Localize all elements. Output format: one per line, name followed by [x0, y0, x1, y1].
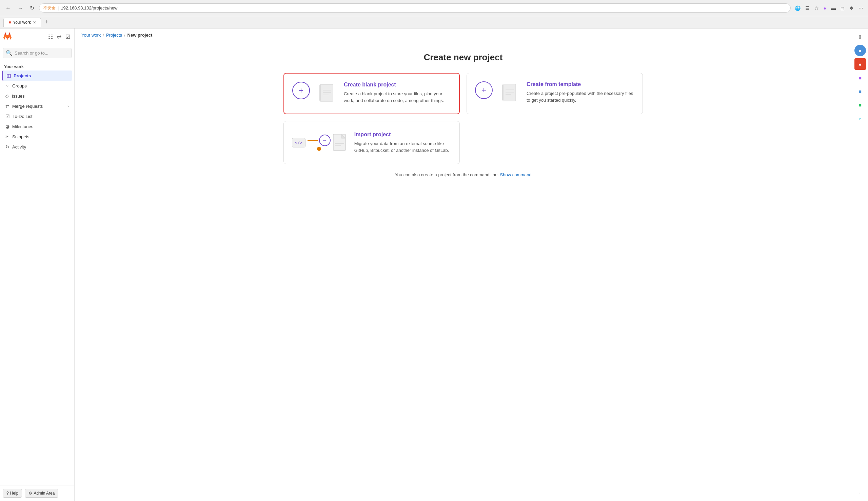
- right-sidebar: ⇧ ● ● ■ ■ ■ ▵ +: [852, 29, 868, 501]
- sidebar-item-milestones[interactable]: ◕ Milestones: [2, 121, 72, 131]
- new-tab-button[interactable]: +: [42, 18, 50, 26]
- gitlab-favicon: ■: [9, 20, 11, 25]
- tab-bar: ■ Your work ✕ +: [0, 16, 868, 29]
- command-line-note: You can also create a project from the c…: [284, 172, 643, 177]
- more-button[interactable]: ⋯: [857, 4, 865, 12]
- search-box[interactable]: 🔍 Search or go to...: [3, 48, 72, 58]
- sidebar: ☷ ⇄ ☑ 🔍 Search or go to... Your work ◫ P…: [0, 29, 75, 501]
- sidebar-item-projects-label: Projects: [13, 73, 31, 78]
- profile-button[interactable]: ●: [822, 4, 828, 12]
- security-warning: 不安全: [43, 5, 56, 11]
- snippets-icon: ✂: [6, 134, 10, 139]
- tab-label: Your work: [13, 20, 31, 25]
- sidebar-item-snippets[interactable]: ✂ Snippets: [2, 131, 72, 142]
- sidebar-nav: ◫ Projects ⚬ Groups ◇ Issues ⇄ Merge req…: [0, 71, 74, 152]
- cards-bottom-row: </> →: [284, 121, 643, 164]
- todo-icon: ☑: [6, 114, 10, 119]
- right-sidebar-btn-3[interactable]: ■: [855, 85, 866, 97]
- back-button[interactable]: ←: [3, 4, 13, 12]
- template-book-icon: [499, 81, 520, 105]
- template-desc: Create a project pre-populated with the …: [527, 90, 634, 103]
- sidebar-item-issues-label: Issues: [12, 94, 25, 99]
- groups-icon: ⚬: [6, 83, 10, 88]
- sidebar-item-projects[interactable]: ◫ Projects: [2, 71, 72, 81]
- right-sidebar-active-btn[interactable]: ●: [855, 45, 866, 56]
- sidebar-item-snippets-label: Snippets: [12, 134, 30, 139]
- right-sidebar-btn-4[interactable]: ■: [855, 99, 866, 110]
- scroll-top-btn[interactable]: ⇧: [855, 31, 866, 43]
- search-placeholder: Search or go to...: [14, 51, 49, 56]
- breadcrumb-sep-2: /: [124, 33, 126, 38]
- active-tab[interactable]: ■ Your work ✕: [3, 18, 41, 27]
- import-project-card[interactable]: </> →: [284, 121, 460, 164]
- show-command-link[interactable]: Show command: [500, 172, 532, 177]
- page-title: Create new project: [284, 52, 643, 63]
- help-button[interactable]: ? Help: [3, 489, 22, 498]
- import-visual: </> →: [292, 134, 348, 152]
- svg-rect-6: [502, 85, 504, 100]
- plus-icon: +: [299, 86, 304, 95]
- blank-project-content: Create blank project Create a blank proj…: [344, 82, 451, 104]
- admin-area-button[interactable]: ⚙ Admin Area: [25, 489, 58, 498]
- from-template-card[interactable]: + Create from template Create a project …: [467, 73, 643, 114]
- sidebar-footer: ? Help ⚙ Admin Area: [0, 485, 74, 501]
- extensions-button[interactable]: ▬: [830, 4, 837, 12]
- sidebar-item-merge-requests[interactable]: ⇄ Merge requests ›: [2, 101, 72, 111]
- right-sidebar-btn-2[interactable]: ■: [855, 72, 866, 83]
- gitlab-logo: [3, 31, 12, 42]
- breadcrumb-your-work[interactable]: Your work: [81, 33, 101, 38]
- template-icon-circle: +: [475, 81, 493, 99]
- import-arrow-circle: →: [319, 135, 331, 146]
- address-bar[interactable]: 不安全 | 192.168.93.102/projects/new: [39, 3, 791, 12]
- blank-project-title: Create blank project: [344, 82, 451, 88]
- blank-book-icon: [317, 82, 337, 105]
- sidebar-toggle[interactable]: ◻: [839, 4, 846, 12]
- help-label: Help: [10, 491, 19, 495]
- breadcrumb-current: New project: [127, 33, 152, 38]
- sidebar-top: ☷ ⇄ ☑: [0, 29, 74, 45]
- empty-card-space: [467, 121, 643, 164]
- import-title: Import project: [354, 131, 451, 138]
- projects-icon: ◫: [7, 73, 11, 78]
- browser-actions: 🌐 ☰ ☆ ● ▬ ◻ ❖ ⋯: [793, 4, 865, 12]
- main-content: Your work / Projects / New project Creat…: [75, 29, 852, 501]
- sidebar-item-activity[interactable]: ↻ Activity: [2, 142, 72, 152]
- content-area: Create new project +: [277, 42, 650, 188]
- reader-button[interactable]: ☰: [804, 4, 811, 12]
- tab-close-button[interactable]: ✕: [33, 20, 36, 25]
- right-sidebar-btn-1[interactable]: ●: [855, 58, 866, 70]
- sidebar-top-icons: ☷ ⇄ ☑: [47, 32, 72, 41]
- sidebar-todo-btn[interactable]: ☑: [64, 32, 72, 41]
- import-desc: Migrate your data from an external sourc…: [354, 140, 451, 153]
- sidebar-item-groups[interactable]: ⚬ Groups: [2, 81, 72, 91]
- sidebar-item-todo[interactable]: ☑ To-Do List: [2, 111, 72, 121]
- help-icon: ?: [7, 491, 9, 495]
- milestones-icon: ◕: [6, 124, 10, 129]
- merge-chevron-icon: ›: [67, 104, 69, 108]
- address-text: 192.168.93.102/projects/new: [61, 6, 117, 11]
- collections-button[interactable]: ❖: [848, 4, 855, 12]
- template-title: Create from template: [527, 81, 634, 87]
- reload-button[interactable]: ↻: [28, 3, 36, 12]
- sidebar-merge-btn[interactable]: ⇄: [56, 32, 63, 41]
- admin-label: Admin Area: [34, 491, 55, 495]
- bookmark-button[interactable]: ☆: [813, 4, 820, 12]
- right-sidebar-plus-btn[interactable]: +: [855, 487, 866, 498]
- breadcrumb-projects[interactable]: Projects: [106, 33, 122, 38]
- blank-project-card[interactable]: + Create blank project Create a blank pr…: [284, 73, 460, 114]
- right-sidebar-bottom: +: [855, 487, 866, 498]
- activity-icon: ↻: [6, 144, 10, 149]
- cards-top-row: + Create blank project Create a blank pr…: [284, 73, 643, 114]
- code-tag-icon: </>: [292, 138, 306, 148]
- orange-dot-icon: [317, 147, 321, 151]
- forward-button[interactable]: →: [15, 4, 25, 12]
- blank-project-desc: Create a blank project to store your fil…: [344, 90, 451, 104]
- right-sidebar-btn-5[interactable]: ▵: [855, 113, 866, 124]
- blank-project-icon-circle: +: [292, 82, 310, 99]
- translate-button[interactable]: 🌐: [793, 4, 802, 12]
- svg-rect-1: [319, 85, 321, 101]
- command-line-text: You can also create a project from the c…: [395, 172, 499, 177]
- sidebar-item-activity-label: Activity: [12, 145, 26, 149]
- sidebar-home-btn[interactable]: ☷: [47, 32, 54, 41]
- sidebar-item-issues[interactable]: ◇ Issues: [2, 91, 72, 101]
